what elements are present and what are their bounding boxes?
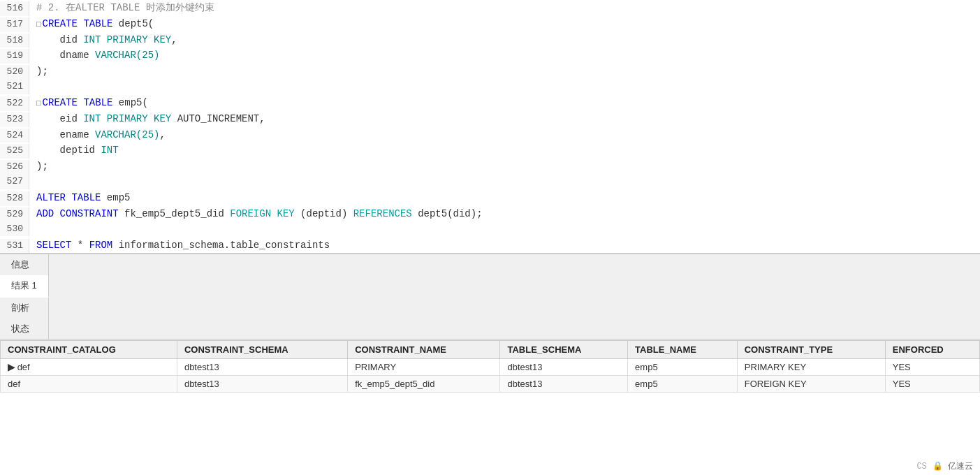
- line-content: did INT PRIMARY KEY,: [36, 32, 980, 48]
- table-cell: FOREIGN KEY: [737, 376, 885, 393]
- code-token: ALTER: [36, 192, 71, 203]
- line-number: 528: [0, 191, 29, 206]
- line-content: );: [36, 159, 980, 174]
- line-content: deptid INT: [36, 142, 980, 158]
- table-cell: fk_emp5_dept5_did: [348, 376, 500, 393]
- table-cell: PRIMARY: [348, 359, 500, 376]
- fold-marker[interactable]: □: [36, 20, 41, 29]
- code-line: 519 dname VARCHAR(25): [0, 48, 980, 64]
- line-number: 531: [0, 239, 29, 254]
- code-token: deptid: [36, 145, 101, 156]
- code-token: emp5: [107, 192, 131, 203]
- code-token: TABLE: [71, 192, 106, 203]
- code-line: 527: [0, 175, 980, 190]
- table-cell: emp5: [628, 376, 738, 393]
- code-token: SELECT: [36, 240, 78, 251]
- line-number: 523: [0, 112, 29, 127]
- code-line: 524 ename VARCHAR(25),: [0, 127, 980, 143]
- table-cell: dbtest13: [177, 359, 347, 376]
- code-line: 529ADD CONSTRAINT fk_emp5_dept5_did FORE…: [0, 206, 980, 222]
- line-content: □CREATE TABLE dept5(: [36, 16, 980, 31]
- line-number: 529: [0, 207, 29, 222]
- code-token: ,: [171, 34, 177, 45]
- line-number: 526: [0, 160, 29, 175]
- tab-item[interactable]: 信息: [0, 254, 49, 275]
- line-content: dname VARCHAR(25): [36, 48, 980, 63]
- table-header: TABLE_NAME: [628, 341, 738, 359]
- code-token: dept5(did);: [418, 208, 482, 219]
- code-line: 521: [0, 80, 980, 95]
- table-cell: dbtest13: [500, 376, 628, 393]
- code-token: INT: [83, 34, 107, 45]
- code-token: dept5(: [119, 18, 154, 29]
- line-content: # 2. 在ALTER TABLE 时添加外键约束: [36, 0, 980, 15]
- code-token: information_schema.table_constraints: [119, 240, 330, 251]
- tabs-bar: 信息结果 1剖析状态: [0, 254, 980, 340]
- code-token: did: [36, 34, 83, 45]
- line-number: 524: [0, 129, 29, 143]
- table-cell: YES: [885, 376, 979, 393]
- table-cell: PRIMARY KEY: [737, 359, 885, 376]
- code-token: VARCHAR(25): [95, 50, 159, 61]
- code-token: fk_emp5_dept5_did: [124, 208, 230, 219]
- code-line: 520);: [0, 64, 980, 80]
- bottom-bar: CS 🔒 亿速云: [909, 458, 980, 475]
- code-token: TABLE: [83, 18, 118, 29]
- line-content: );: [36, 64, 980, 79]
- line-number: 517: [0, 17, 29, 32]
- line-content: SELECT * FROM information_schema.table_c…: [36, 238, 980, 253]
- table-row: defdbtest13fk_emp5_dept5_diddbtest13emp5…: [1, 376, 980, 393]
- tab-item[interactable]: 剖析: [0, 298, 49, 319]
- line-number: 521: [0, 80, 29, 94]
- table-header: TABLE_SCHEMA: [500, 341, 628, 359]
- code-token: # 2. 在ALTER TABLE 时添加外键约束: [36, 2, 214, 13]
- line-number: 518: [0, 34, 29, 48]
- table-header: CONSTRAINT_SCHEMA: [177, 341, 347, 359]
- code-editor: 516# 2. 在ALTER TABLE 时添加外键约束517□CREATE T…: [0, 0, 980, 254]
- table-header: ENFORCED: [885, 341, 979, 359]
- line-content: ename VARCHAR(25),: [36, 127, 980, 142]
- table-header: CONSTRAINT_NAME: [348, 341, 500, 359]
- table-cell: dbtest13: [500, 359, 628, 376]
- table-row: ▶ defdbtest13PRIMARYdbtest13emp5PRIMARY …: [1, 359, 980, 376]
- code-line: 517□CREATE TABLE dept5(: [0, 16, 980, 32]
- line-content: □CREATE TABLE emp5(: [36, 95, 980, 110]
- code-token: PRIMARY KEY: [107, 113, 171, 124]
- code-line: 523 eid INT PRIMARY KEY AUTO_INCREMENT,: [0, 111, 980, 127]
- code-token: eid: [36, 113, 83, 124]
- cs-label: CS: [916, 462, 926, 472]
- table-cell: def: [1, 376, 177, 393]
- line-content: ADD CONSTRAINT fk_emp5_dept5_did FOREIGN…: [36, 206, 980, 221]
- tab-item[interactable]: 结果 1: [0, 275, 49, 298]
- code-token: (deptid): [300, 208, 353, 219]
- code-line: 525 deptid INT: [0, 142, 980, 159]
- code-line: 528ALTER TABLE emp5: [0, 190, 980, 206]
- table-cell: ▶ def: [1, 359, 177, 376]
- code-token: PRIMARY KEY: [107, 34, 171, 45]
- line-number: 530: [0, 222, 29, 237]
- code-token: );: [36, 66, 48, 77]
- code-token: ename: [36, 129, 95, 140]
- code-token: );: [36, 161, 48, 172]
- tab-item[interactable]: 状态: [0, 319, 49, 339]
- table-cell: YES: [885, 359, 979, 376]
- code-token: ,: [159, 129, 165, 140]
- table-cell: dbtest13: [177, 376, 347, 393]
- code-token: CREATE: [43, 18, 84, 29]
- code-line: 518 did INT PRIMARY KEY,: [0, 32, 980, 48]
- line-content: ALTER TABLE emp5: [36, 190, 980, 205]
- code-token: ADD: [36, 208, 60, 219]
- code-line: 526);: [0, 159, 980, 175]
- code-line: 522□CREATE TABLE emp5(: [0, 95, 980, 111]
- line-number: 520: [0, 65, 29, 80]
- code-token: REFERENCES: [353, 208, 418, 219]
- code-token: emp5(: [119, 97, 148, 108]
- code-line: 530: [0, 222, 980, 238]
- logo-text: 🔒 亿速云: [933, 460, 973, 472]
- line-number: 519: [0, 49, 29, 64]
- code-line: 531SELECT * FROM information_schema.tabl…: [0, 238, 980, 254]
- fold-marker[interactable]: □: [36, 99, 41, 108]
- table-header: CONSTRAINT_TYPE: [737, 341, 885, 359]
- code-token: FOREIGN KEY: [230, 208, 300, 219]
- code-token: CREATE: [43, 97, 84, 108]
